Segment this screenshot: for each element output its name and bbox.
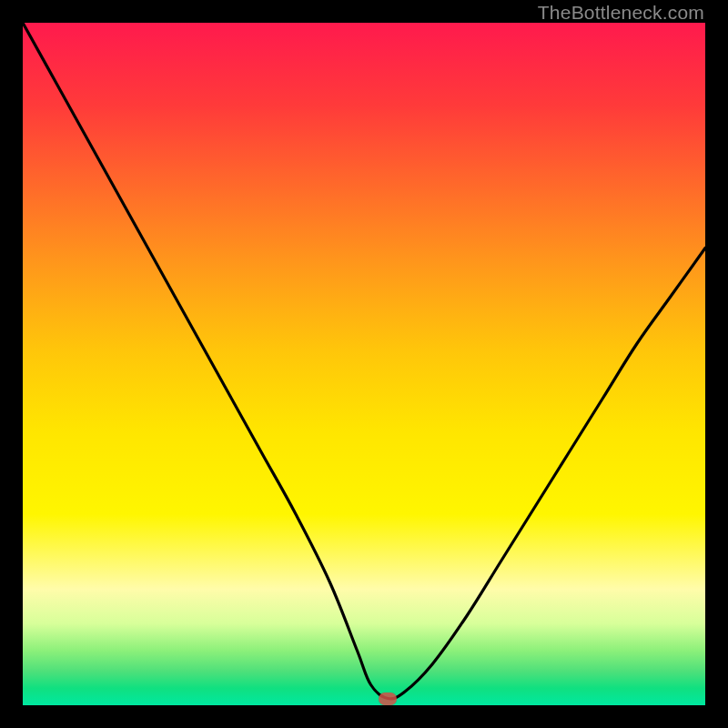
plot-area — [23, 23, 705, 705]
chart-frame: TheBottleneck.com — [0, 0, 728, 728]
bottleneck-curve — [23, 23, 705, 705]
optimal-point-marker — [379, 693, 397, 705]
watermark-text: TheBottleneck.com — [538, 2, 704, 24]
